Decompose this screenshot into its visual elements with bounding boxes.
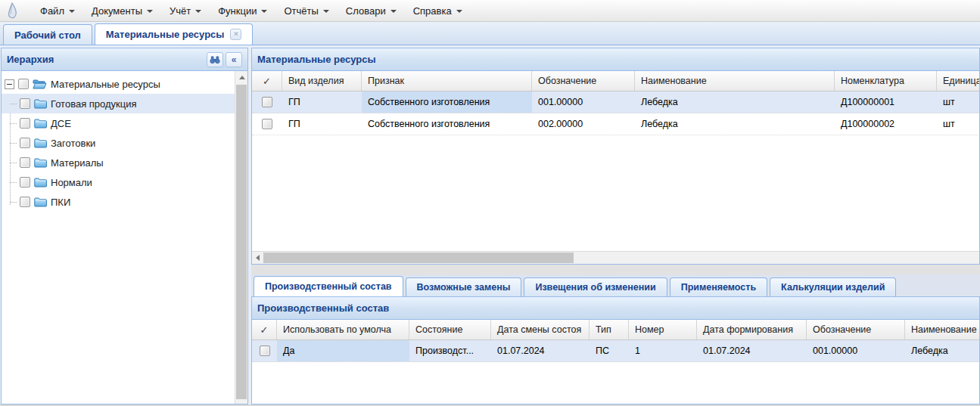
cell-nomenclature[interactable]: Д100000001 xyxy=(835,91,937,113)
search-button[interactable] xyxy=(207,52,223,67)
tree-node-blanks[interactable]: Заготовки xyxy=(2,133,235,153)
cell-name[interactable]: Лебедка xyxy=(635,113,835,135)
cell-use-by-default[interactable]: Да xyxy=(277,340,409,361)
cell-designation[interactable]: 002.00000 xyxy=(532,113,635,135)
column-header-unit[interactable]: Единица xyxy=(937,71,980,91)
cell-unit[interactable]: шт xyxy=(937,91,980,113)
tree-node-material-resources[interactable]: Материальные ресурсы xyxy=(2,74,235,94)
column-header-product-type[interactable]: Вид изделия xyxy=(282,71,362,91)
row-checkbox[interactable] xyxy=(262,119,272,129)
tab-material-resources[interactable]: Материальные ресурсы ✕ xyxy=(95,23,254,45)
menu-documents-label: Документы xyxy=(92,5,142,17)
scrollbar-thumb[interactable] xyxy=(236,85,247,399)
menu-dictionaries[interactable]: Словари xyxy=(338,0,405,21)
tab-applicability[interactable]: Применяемость xyxy=(670,277,767,296)
menu-reports[interactable]: Отчёты xyxy=(275,0,337,21)
row-checkbox-cell[interactable] xyxy=(252,91,282,113)
app-logo-icon xyxy=(6,2,21,19)
cell-name[interactable]: Лебедка xyxy=(635,91,835,113)
cell-state[interactable]: Производст... xyxy=(409,340,491,361)
tab-label: Применяемость xyxy=(681,282,756,293)
menu-documents[interactable]: Документы xyxy=(83,0,161,21)
column-header-designation[interactable]: Обозначение xyxy=(532,71,635,91)
scroll-up-button[interactable] xyxy=(235,71,248,84)
tab-production-composition[interactable]: Производственный состав xyxy=(254,276,403,296)
cell-nomenclature[interactable]: Д100000002 xyxy=(835,113,937,135)
tree-collapse-icon[interactable] xyxy=(5,79,14,89)
cell-state-change-date[interactable]: 01.07.2024 xyxy=(491,340,590,361)
column-header-type[interactable]: Тип xyxy=(590,320,629,339)
folder-icon xyxy=(34,197,47,207)
row-checkbox[interactable] xyxy=(260,346,270,356)
tree-node-pki[interactable]: ПКИ xyxy=(2,192,235,212)
cell-formation-date[interactable]: 01.07.2024 xyxy=(697,340,807,361)
resources-row-2[interactable]: ГП Собственного изготовления 002.00000 Л… xyxy=(252,113,980,135)
cell-designation[interactable]: 001.00000 xyxy=(807,340,905,361)
cell-name[interactable]: Лебедка xyxy=(905,340,980,361)
menu-dictionaries-label: Словари xyxy=(346,5,386,17)
tree-node-dse[interactable]: ДСЕ xyxy=(2,113,235,133)
tree-checkbox[interactable] xyxy=(20,118,30,129)
tree-checkbox[interactable] xyxy=(18,79,29,89)
column-header-name[interactable]: Наименование xyxy=(635,71,835,91)
hierarchy-tree: Материальные ресурсы Готовая продукция xyxy=(2,71,235,404)
tree-checkbox[interactable] xyxy=(20,177,30,188)
menu-file[interactable]: Файл xyxy=(32,0,83,21)
collapse-panel-button[interactable]: « xyxy=(226,52,242,67)
cell-product-type[interactable]: ГП xyxy=(282,91,362,113)
menu-file-label: Файл xyxy=(40,5,64,17)
tree-node-label: Заготовки xyxy=(51,138,95,149)
row-checkbox-cell[interactable] xyxy=(252,340,277,361)
tab-product-calculations[interactable]: Калькуляции изделий xyxy=(770,277,896,296)
dropdown-caret-icon xyxy=(390,10,397,13)
menu-help-label: Справка xyxy=(413,5,452,17)
scroll-left-button[interactable] xyxy=(252,252,263,264)
cell-unit[interactable]: шт xyxy=(937,113,980,135)
cell-attribute[interactable]: Собственного изготовления xyxy=(362,91,532,113)
column-header-state-change-date[interactable]: Дата смены состоя xyxy=(491,320,590,339)
dropdown-caret-icon xyxy=(69,10,75,13)
scrollbar-thumb[interactable] xyxy=(263,253,574,263)
tree-vertical-scrollbar[interactable] xyxy=(235,71,247,404)
menu-functions-label: Функции xyxy=(218,5,257,17)
tab-close-icon[interactable]: ✕ xyxy=(230,29,241,40)
tab-desktop-label: Рабочий стол xyxy=(14,29,81,41)
tree-node-materials[interactable]: Материалы xyxy=(2,153,235,172)
horizontal-splitter[interactable] xyxy=(251,265,980,274)
column-header-state[interactable]: Состояние xyxy=(409,320,491,339)
dropdown-caret-icon xyxy=(323,10,329,13)
cell-attribute[interactable]: Собственного изготовления xyxy=(362,113,532,135)
cell-designation[interactable]: 001.00000 xyxy=(532,91,635,113)
column-header-nomenclature[interactable]: Номенклатура xyxy=(835,71,937,91)
cell-number[interactable]: 1 xyxy=(629,340,697,361)
tree-checkbox[interactable] xyxy=(20,157,30,168)
select-column-header[interactable]: ✓ xyxy=(252,320,277,339)
tree-checkbox[interactable] xyxy=(20,98,30,109)
column-header-use-by-default[interactable]: Использовать по умолча xyxy=(277,320,409,339)
tab-change-notices[interactable]: Извещения об изменении xyxy=(524,277,667,296)
row-checkbox[interactable] xyxy=(262,97,272,107)
menu-accounting[interactable]: Учёт xyxy=(161,0,210,21)
cell-type[interactable]: ПС xyxy=(590,340,629,361)
menu-functions[interactable]: Функции xyxy=(210,0,275,21)
resources-row-1[interactable]: ГП Собственного изготовления 001.00000 Л… xyxy=(252,91,980,113)
column-header-number[interactable]: Номер xyxy=(629,320,697,339)
column-header-name[interactable]: Наименование xyxy=(905,320,980,339)
column-header-formation-date[interactable]: Дата формирования xyxy=(697,320,807,339)
row-checkbox-cell[interactable] xyxy=(252,113,282,135)
cell-product-type[interactable]: ГП xyxy=(282,113,362,135)
tree-checkbox[interactable] xyxy=(20,197,30,207)
tree-checkbox[interactable] xyxy=(20,138,30,148)
tree-node-normals[interactable]: Нормали xyxy=(2,172,235,192)
column-header-designation[interactable]: Обозначение xyxy=(807,320,905,339)
tab-desktop[interactable]: Рабочий стол xyxy=(3,24,92,45)
arrow-up-icon xyxy=(239,76,245,79)
menu-help[interactable]: Справка xyxy=(405,0,471,21)
resources-horizontal-scrollbar[interactable] xyxy=(252,251,979,264)
select-column-header[interactable]: ✓ xyxy=(252,71,282,91)
column-header-attribute[interactable]: Признак xyxy=(362,71,532,91)
tab-possible-replacements[interactable]: Возможные замены xyxy=(406,277,522,296)
dropdown-caret-icon xyxy=(147,10,153,13)
tree-node-finished-products[interactable]: Готовая продукция xyxy=(2,94,235,113)
detail-row-1[interactable]: Да Производст... 01.07.2024 ПС 1 01.07.2… xyxy=(252,340,980,362)
